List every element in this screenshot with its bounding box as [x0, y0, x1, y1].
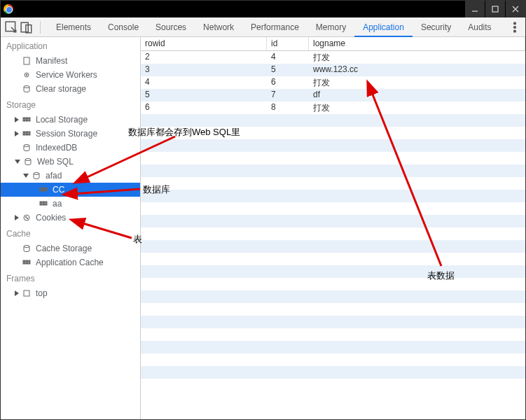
column-rowid[interactable]: rowid	[141, 37, 267, 50]
tab-performance[interactable]: Performance	[242, 18, 307, 37]
device-toggle-icon[interactable]	[20, 21, 33, 34]
sidebar-item-label: Cache Storage	[36, 244, 92, 253]
cell-rowid: 2	[141, 51, 267, 64]
column-id[interactable]: id	[267, 37, 309, 50]
table-row[interactable]: 68打发	[141, 102, 525, 114]
table-row-empty	[141, 265, 525, 278]
sidebar-item-session-storage[interactable]: Session Storage	[1, 127, 140, 141]
sidebar-item-local-storage[interactable]: Local Storage	[1, 113, 140, 127]
svg-point-27	[25, 159, 31, 161]
sidebar-item-service-workers[interactable]: Service Workers	[1, 68, 140, 82]
sidebar-item-cookies[interactable]: Cookies	[1, 211, 140, 225]
sidebar-item-web-sql[interactable]: Web SQL	[1, 155, 140, 169]
svg-rect-51	[24, 290, 29, 296]
cookie-icon	[22, 213, 32, 223]
svg-rect-25	[29, 134, 30, 135]
table-row[interactable]: 35www.123.cc	[141, 64, 525, 76]
table-row[interactable]: 46打发	[141, 76, 525, 89]
sidebar-item-label: Application Cache	[36, 258, 104, 267]
tab-elements[interactable]: Elements	[48, 18, 99, 37]
disclosure-triangle-icon[interactable]	[15, 160, 20, 164]
window-maximize-button[interactable]	[485, 1, 505, 18]
sidebar-item-application-cache[interactable]: Application Cache	[1, 255, 140, 270]
cell-rowid: 4	[141, 76, 267, 89]
grid-rows[interactable]: 24打发35www.123.cc46打发57df68打发	[141, 51, 525, 419]
disclosure-triangle-icon[interactable]	[23, 174, 29, 178]
sidebar-item-afad[interactable]: afad	[1, 169, 140, 183]
svg-point-8	[514, 26, 516, 28]
tab-memory[interactable]: Memory	[307, 18, 354, 37]
svg-rect-22	[29, 132, 30, 133]
svg-point-7	[514, 22, 516, 24]
table-row-empty	[141, 278, 525, 290]
disclosure-triangle-icon[interactable]	[15, 290, 19, 296]
sidebar-item-label: IndexedDB	[36, 143, 77, 153]
sidebar-item-label: aa	[53, 199, 62, 209]
svg-rect-30	[43, 188, 45, 189]
db-icon	[22, 244, 32, 253]
window-minimize-button[interactable]	[465, 1, 485, 18]
svg-rect-32	[40, 190, 42, 191]
svg-rect-23	[23, 134, 25, 135]
table-row-empty	[141, 379, 525, 391]
table-row-empty	[141, 152, 525, 164]
svg-rect-46	[26, 260, 28, 262]
sidebar-item-manifest[interactable]: Manifest	[1, 54, 140, 68]
sidebar-section-frames: Frames	[1, 270, 140, 286]
table-row[interactable]: 57df	[141, 89, 525, 102]
table-row-empty	[141, 127, 525, 139]
table-row[interactable]: 24打发	[141, 51, 525, 64]
sidebar-item-indexeddb[interactable]: IndexedDB	[1, 141, 140, 155]
db-icon	[22, 143, 32, 153]
cell-logname: 打发	[309, 51, 525, 64]
table-row-empty	[141, 354, 525, 366]
svg-rect-47	[29, 260, 30, 262]
disclosure-triangle-icon[interactable]	[15, 131, 19, 136]
grid-icon	[22, 115, 32, 125]
svg-point-44	[24, 246, 29, 248]
table-row-empty	[141, 240, 525, 253]
svg-rect-16	[29, 118, 30, 119]
sidebar-item-label: Local Storage	[36, 115, 88, 125]
tab-network[interactable]: Network	[195, 18, 242, 37]
application-sidebar: ApplicationManifestService WorkersClear …	[1, 37, 141, 419]
more-menu-icon[interactable]	[508, 21, 521, 34]
svg-rect-5	[21, 22, 28, 32]
tab-application[interactable]: Application	[354, 18, 413, 37]
svg-rect-36	[43, 202, 45, 203]
svg-point-42	[25, 216, 27, 218]
tab-security[interactable]: Security	[413, 18, 459, 37]
table-row-empty	[141, 202, 525, 215]
window-close-button[interactable]	[506, 1, 525, 18]
sidebar-item-top[interactable]: top	[1, 286, 140, 300]
sidebar-item-aa[interactable]: aa	[1, 197, 140, 211]
svg-rect-10	[24, 57, 29, 64]
tab-audits[interactable]: Audits	[459, 18, 499, 37]
table-row-empty	[141, 341, 525, 354]
svg-point-13	[24, 86, 29, 88]
sidebar-item-label: afad	[46, 171, 62, 181]
sidebar-section-storage: Storage	[1, 96, 140, 113]
sidebar-item-cache-storage[interactable]: Cache Storage	[1, 241, 140, 255]
sidebar-item-label: Clear storage	[36, 84, 86, 94]
svg-rect-50	[29, 262, 30, 264]
cell-logname: df	[309, 89, 525, 102]
sidebar-item-clear-storage[interactable]: Clear storage	[1, 82, 140, 96]
svg-point-12	[26, 74, 27, 76]
svg-point-9	[514, 30, 516, 32]
box-icon	[22, 288, 32, 298]
disclosure-triangle-icon[interactable]	[15, 117, 19, 122]
table-row-empty	[141, 316, 525, 328]
sidebar-item-cc[interactable]: CC	[1, 183, 140, 197]
table-row-empty	[141, 366, 525, 379]
tab-sources[interactable]: Sources	[147, 18, 195, 37]
separator	[40, 21, 41, 34]
sidebar-section-cache: Cache	[1, 225, 140, 241]
disclosure-triangle-icon[interactable]	[15, 215, 19, 220]
table-row-empty	[141, 114, 525, 127]
column-logname[interactable]: logname	[309, 37, 525, 50]
svg-rect-34	[46, 190, 47, 191]
tab-console[interactable]: Console	[99, 18, 147, 37]
inspect-element-icon[interactable]	[5, 21, 18, 34]
svg-rect-24	[26, 134, 28, 135]
